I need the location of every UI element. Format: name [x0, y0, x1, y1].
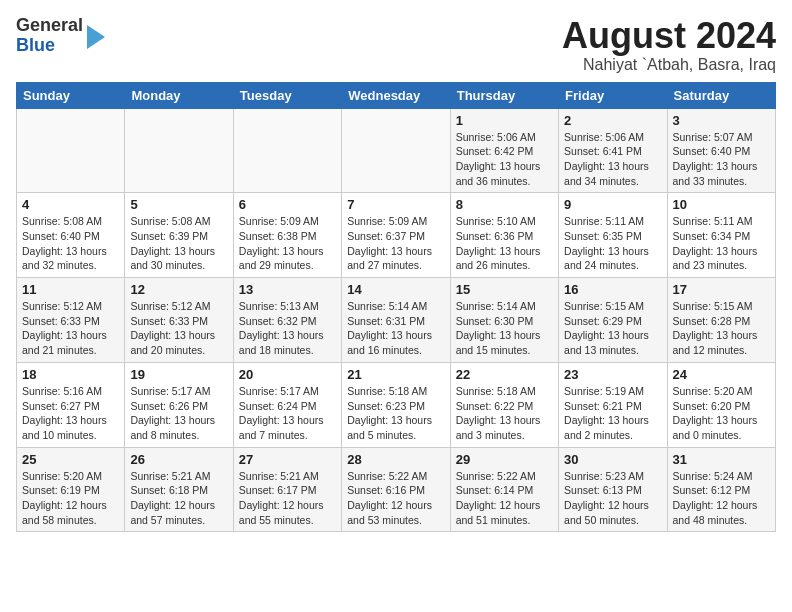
- day-number: 29: [456, 452, 553, 467]
- day-info: Sunrise: 5:14 AM Sunset: 6:30 PM Dayligh…: [456, 299, 553, 358]
- day-info: Sunrise: 5:20 AM Sunset: 6:20 PM Dayligh…: [673, 384, 770, 443]
- day-number: 2: [564, 113, 661, 128]
- calendar-cell: 21Sunrise: 5:18 AM Sunset: 6:23 PM Dayli…: [342, 362, 450, 447]
- calendar-cell: 7Sunrise: 5:09 AM Sunset: 6:37 PM Daylig…: [342, 193, 450, 278]
- day-number: 8: [456, 197, 553, 212]
- day-number: 6: [239, 197, 336, 212]
- calendar-header-saturday: Saturday: [667, 82, 775, 108]
- day-info: Sunrise: 5:18 AM Sunset: 6:23 PM Dayligh…: [347, 384, 444, 443]
- calendar-cell: 18Sunrise: 5:16 AM Sunset: 6:27 PM Dayli…: [17, 362, 125, 447]
- day-number: 10: [673, 197, 770, 212]
- day-info: Sunrise: 5:11 AM Sunset: 6:35 PM Dayligh…: [564, 214, 661, 273]
- day-info: Sunrise: 5:23 AM Sunset: 6:13 PM Dayligh…: [564, 469, 661, 528]
- day-info: Sunrise: 5:24 AM Sunset: 6:12 PM Dayligh…: [673, 469, 770, 528]
- day-info: Sunrise: 5:18 AM Sunset: 6:22 PM Dayligh…: [456, 384, 553, 443]
- day-number: 16: [564, 282, 661, 297]
- day-number: 7: [347, 197, 444, 212]
- day-info: Sunrise: 5:16 AM Sunset: 6:27 PM Dayligh…: [22, 384, 119, 443]
- day-info: Sunrise: 5:14 AM Sunset: 6:31 PM Dayligh…: [347, 299, 444, 358]
- day-number: 25: [22, 452, 119, 467]
- logo: General Blue: [16, 16, 105, 56]
- day-number: 20: [239, 367, 336, 382]
- calendar-cell: [342, 108, 450, 193]
- day-info: Sunrise: 5:08 AM Sunset: 6:40 PM Dayligh…: [22, 214, 119, 273]
- day-info: Sunrise: 5:22 AM Sunset: 6:16 PM Dayligh…: [347, 469, 444, 528]
- day-number: 13: [239, 282, 336, 297]
- calendar-cell: 6Sunrise: 5:09 AM Sunset: 6:38 PM Daylig…: [233, 193, 341, 278]
- calendar-cell: 31Sunrise: 5:24 AM Sunset: 6:12 PM Dayli…: [667, 447, 775, 532]
- day-info: Sunrise: 5:19 AM Sunset: 6:21 PM Dayligh…: [564, 384, 661, 443]
- day-number: 21: [347, 367, 444, 382]
- calendar-header-wednesday: Wednesday: [342, 82, 450, 108]
- day-info: Sunrise: 5:09 AM Sunset: 6:37 PM Dayligh…: [347, 214, 444, 273]
- day-number: 23: [564, 367, 661, 382]
- calendar-cell: 2Sunrise: 5:06 AM Sunset: 6:41 PM Daylig…: [559, 108, 667, 193]
- day-info: Sunrise: 5:12 AM Sunset: 6:33 PM Dayligh…: [130, 299, 227, 358]
- page-header: General Blue August 2024 Nahiyat `Atbah,…: [16, 16, 776, 74]
- calendar-table: SundayMondayTuesdayWednesdayThursdayFrid…: [16, 82, 776, 533]
- day-number: 31: [673, 452, 770, 467]
- calendar-header-tuesday: Tuesday: [233, 82, 341, 108]
- day-number: 24: [673, 367, 770, 382]
- location-subtitle: Nahiyat `Atbah, Basra, Iraq: [562, 56, 776, 74]
- day-info: Sunrise: 5:07 AM Sunset: 6:40 PM Dayligh…: [673, 130, 770, 189]
- title-block: August 2024 Nahiyat `Atbah, Basra, Iraq: [562, 16, 776, 74]
- logo-arrow-icon: [87, 25, 105, 49]
- day-number: 9: [564, 197, 661, 212]
- day-number: 5: [130, 197, 227, 212]
- day-number: 14: [347, 282, 444, 297]
- day-info: Sunrise: 5:09 AM Sunset: 6:38 PM Dayligh…: [239, 214, 336, 273]
- calendar-week-row: 25Sunrise: 5:20 AM Sunset: 6:19 PM Dayli…: [17, 447, 776, 532]
- calendar-cell: 9Sunrise: 5:11 AM Sunset: 6:35 PM Daylig…: [559, 193, 667, 278]
- calendar-cell: [17, 108, 125, 193]
- calendar-week-row: 4Sunrise: 5:08 AM Sunset: 6:40 PM Daylig…: [17, 193, 776, 278]
- logo-line2: Blue: [16, 36, 83, 56]
- calendar-cell: 11Sunrise: 5:12 AM Sunset: 6:33 PM Dayli…: [17, 278, 125, 363]
- day-number: 1: [456, 113, 553, 128]
- calendar-cell: 27Sunrise: 5:21 AM Sunset: 6:17 PM Dayli…: [233, 447, 341, 532]
- calendar-cell: 19Sunrise: 5:17 AM Sunset: 6:26 PM Dayli…: [125, 362, 233, 447]
- calendar-cell: 23Sunrise: 5:19 AM Sunset: 6:21 PM Dayli…: [559, 362, 667, 447]
- calendar-cell: 1Sunrise: 5:06 AM Sunset: 6:42 PM Daylig…: [450, 108, 558, 193]
- calendar-cell: 5Sunrise: 5:08 AM Sunset: 6:39 PM Daylig…: [125, 193, 233, 278]
- day-info: Sunrise: 5:21 AM Sunset: 6:17 PM Dayligh…: [239, 469, 336, 528]
- calendar-cell: 14Sunrise: 5:14 AM Sunset: 6:31 PM Dayli…: [342, 278, 450, 363]
- calendar-cell: 12Sunrise: 5:12 AM Sunset: 6:33 PM Dayli…: [125, 278, 233, 363]
- calendar-week-row: 11Sunrise: 5:12 AM Sunset: 6:33 PM Dayli…: [17, 278, 776, 363]
- calendar-cell: 30Sunrise: 5:23 AM Sunset: 6:13 PM Dayli…: [559, 447, 667, 532]
- calendar-header-friday: Friday: [559, 82, 667, 108]
- day-info: Sunrise: 5:22 AM Sunset: 6:14 PM Dayligh…: [456, 469, 553, 528]
- calendar-cell: 3Sunrise: 5:07 AM Sunset: 6:40 PM Daylig…: [667, 108, 775, 193]
- day-info: Sunrise: 5:17 AM Sunset: 6:26 PM Dayligh…: [130, 384, 227, 443]
- day-info: Sunrise: 5:11 AM Sunset: 6:34 PM Dayligh…: [673, 214, 770, 273]
- day-info: Sunrise: 5:13 AM Sunset: 6:32 PM Dayligh…: [239, 299, 336, 358]
- calendar-cell: 16Sunrise: 5:15 AM Sunset: 6:29 PM Dayli…: [559, 278, 667, 363]
- day-info: Sunrise: 5:08 AM Sunset: 6:39 PM Dayligh…: [130, 214, 227, 273]
- calendar-cell: 15Sunrise: 5:14 AM Sunset: 6:30 PM Dayli…: [450, 278, 558, 363]
- calendar-cell: [233, 108, 341, 193]
- day-number: 27: [239, 452, 336, 467]
- calendar-cell: 17Sunrise: 5:15 AM Sunset: 6:28 PM Dayli…: [667, 278, 775, 363]
- calendar-cell: 24Sunrise: 5:20 AM Sunset: 6:20 PM Dayli…: [667, 362, 775, 447]
- day-info: Sunrise: 5:21 AM Sunset: 6:18 PM Dayligh…: [130, 469, 227, 528]
- day-number: 3: [673, 113, 770, 128]
- day-number: 4: [22, 197, 119, 212]
- day-info: Sunrise: 5:20 AM Sunset: 6:19 PM Dayligh…: [22, 469, 119, 528]
- calendar-cell: 25Sunrise: 5:20 AM Sunset: 6:19 PM Dayli…: [17, 447, 125, 532]
- day-number: 11: [22, 282, 119, 297]
- calendar-cell: 22Sunrise: 5:18 AM Sunset: 6:22 PM Dayli…: [450, 362, 558, 447]
- day-number: 19: [130, 367, 227, 382]
- day-number: 18: [22, 367, 119, 382]
- day-number: 26: [130, 452, 227, 467]
- day-info: Sunrise: 5:10 AM Sunset: 6:36 PM Dayligh…: [456, 214, 553, 273]
- day-number: 22: [456, 367, 553, 382]
- day-info: Sunrise: 5:06 AM Sunset: 6:42 PM Dayligh…: [456, 130, 553, 189]
- day-number: 12: [130, 282, 227, 297]
- calendar-cell: 13Sunrise: 5:13 AM Sunset: 6:32 PM Dayli…: [233, 278, 341, 363]
- day-number: 28: [347, 452, 444, 467]
- calendar-cell: 8Sunrise: 5:10 AM Sunset: 6:36 PM Daylig…: [450, 193, 558, 278]
- calendar-week-row: 1Sunrise: 5:06 AM Sunset: 6:42 PM Daylig…: [17, 108, 776, 193]
- day-number: 17: [673, 282, 770, 297]
- calendar-header-sunday: Sunday: [17, 82, 125, 108]
- calendar-header-monday: Monday: [125, 82, 233, 108]
